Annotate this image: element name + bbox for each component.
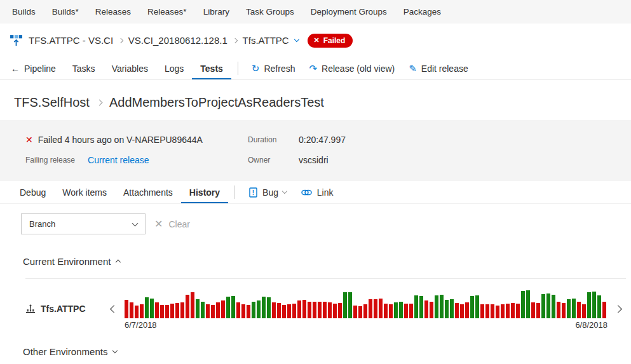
history-bar[interactable] bbox=[592, 292, 596, 318]
history-bar[interactable] bbox=[552, 295, 555, 318]
history-bar[interactable] bbox=[125, 300, 128, 318]
history-bar[interactable] bbox=[577, 302, 581, 318]
nav-builds-new[interactable]: Builds* bbox=[44, 7, 87, 17]
history-bar[interactable] bbox=[516, 304, 520, 318]
history-bar[interactable] bbox=[130, 302, 133, 318]
history-bar[interactable] bbox=[384, 304, 388, 318]
tab-work-items[interactable]: Work items bbox=[54, 181, 115, 203]
history-bar[interactable] bbox=[170, 304, 174, 318]
history-bar[interactable] bbox=[536, 303, 540, 318]
history-bar[interactable] bbox=[465, 302, 469, 318]
history-bar[interactable] bbox=[175, 303, 179, 318]
nav-packages[interactable]: Packages bbox=[395, 7, 449, 17]
history-bar[interactable] bbox=[343, 292, 347, 318]
history-bar[interactable] bbox=[323, 302, 327, 318]
history-bar[interactable] bbox=[562, 303, 566, 318]
current-environment-section-toggle[interactable]: Current Environment bbox=[0, 239, 631, 278]
refresh-button[interactable]: ↻ Refresh bbox=[245, 57, 302, 79]
breadcrumb-environment[interactable]: Tfs.ATTPC bbox=[243, 35, 289, 46]
breadcrumb-release[interactable]: VS.CI_20180612.128.1 bbox=[128, 35, 227, 46]
history-bar[interactable] bbox=[160, 305, 164, 318]
history-bar[interactable] bbox=[475, 295, 479, 318]
tab-logs[interactable]: Logs bbox=[156, 57, 192, 79]
history-bar[interactable] bbox=[150, 299, 154, 318]
release-old-view-button[interactable]: ↷ Release (old view) bbox=[302, 57, 402, 79]
history-bar[interactable] bbox=[470, 296, 474, 318]
history-bar[interactable] bbox=[394, 302, 398, 318]
create-bug-button[interactable]: ! Bug bbox=[241, 181, 294, 203]
history-bar[interactable] bbox=[180, 302, 184, 318]
history-bar[interactable] bbox=[597, 295, 601, 318]
history-prev-button[interactable] bbox=[106, 306, 122, 312]
history-bar[interactable] bbox=[414, 295, 418, 318]
history-bar[interactable] bbox=[363, 304, 367, 318]
nav-builds[interactable]: Builds bbox=[4, 7, 44, 17]
history-bar[interactable] bbox=[491, 304, 494, 318]
history-bar[interactable] bbox=[546, 293, 550, 318]
history-bar[interactable] bbox=[165, 305, 169, 318]
history-bar[interactable] bbox=[262, 297, 266, 318]
history-bar[interactable] bbox=[582, 304, 586, 318]
history-bar[interactable] bbox=[526, 290, 530, 318]
history-bar[interactable] bbox=[247, 305, 250, 318]
history-bar[interactable] bbox=[602, 302, 606, 318]
history-bar[interactable] bbox=[531, 302, 535, 318]
history-bar[interactable] bbox=[221, 300, 225, 318]
history-bar[interactable] bbox=[506, 304, 510, 318]
history-bar[interactable] bbox=[440, 295, 444, 318]
history-bar[interactable] bbox=[140, 304, 144, 318]
history-bar[interactable] bbox=[241, 304, 245, 318]
tab-attachments[interactable]: Attachments bbox=[115, 181, 181, 203]
history-bar[interactable] bbox=[348, 292, 352, 318]
history-bar[interactable] bbox=[302, 300, 306, 318]
history-bar[interactable] bbox=[399, 302, 403, 318]
history-bar[interactable] bbox=[252, 302, 255, 318]
history-bar[interactable] bbox=[201, 302, 205, 318]
history-bar[interactable] bbox=[206, 304, 210, 318]
history-bar[interactable] bbox=[450, 299, 454, 318]
history-bar[interactable] bbox=[496, 306, 499, 318]
history-bar[interactable] bbox=[135, 306, 139, 318]
history-bar[interactable] bbox=[236, 302, 240, 318]
history-bar[interactable] bbox=[292, 304, 296, 318]
history-bar[interactable] bbox=[297, 300, 301, 318]
history-bar[interactable] bbox=[145, 297, 149, 318]
history-bar[interactable] bbox=[267, 297, 271, 318]
history-bar[interactable] bbox=[328, 302, 332, 318]
history-bar[interactable] bbox=[541, 294, 545, 318]
edit-release-button[interactable]: ✎ Edit release bbox=[402, 57, 475, 79]
history-bar[interactable] bbox=[430, 302, 433, 318]
link-button[interactable]: Link bbox=[294, 181, 341, 203]
history-bar[interactable] bbox=[369, 299, 372, 318]
environment-dropdown-chevron-icon[interactable] bbox=[294, 37, 299, 42]
back-to-pipeline-button[interactable]: ← Pipeline bbox=[3, 57, 64, 79]
other-environments-section-toggle[interactable]: Other Environments bbox=[0, 330, 631, 364]
tab-tests[interactable]: Tests bbox=[192, 57, 231, 79]
history-bar[interactable] bbox=[521, 291, 525, 318]
history-bar[interactable] bbox=[287, 304, 291, 318]
history-bar[interactable] bbox=[445, 300, 449, 318]
history-bar[interactable] bbox=[191, 292, 194, 318]
nav-library[interactable]: Library bbox=[195, 7, 238, 17]
nav-releases[interactable]: Releases bbox=[87, 7, 139, 17]
history-bar[interactable] bbox=[424, 300, 428, 318]
history-bar[interactable] bbox=[318, 302, 322, 318]
history-bar[interactable] bbox=[308, 302, 311, 318]
history-bar[interactable] bbox=[435, 295, 438, 318]
clear-filter-button[interactable]: ✕ Clear bbox=[154, 218, 190, 230]
nav-releases-new[interactable]: Releases* bbox=[139, 7, 195, 17]
history-bar[interactable] bbox=[419, 296, 423, 318]
history-bar[interactable] bbox=[257, 300, 261, 318]
history-bar[interactable] bbox=[211, 305, 215, 318]
history-bar[interactable] bbox=[455, 303, 459, 318]
history-bar[interactable] bbox=[480, 304, 484, 318]
history-next-button[interactable] bbox=[610, 306, 626, 312]
tab-history[interactable]: History bbox=[181, 181, 228, 203]
history-bar[interactable] bbox=[358, 306, 362, 318]
history-bar[interactable] bbox=[557, 302, 560, 318]
history-bar[interactable] bbox=[186, 295, 189, 318]
branch-filter-dropdown[interactable]: Branch bbox=[21, 213, 146, 234]
history-bar[interactable] bbox=[587, 292, 591, 318]
history-bar[interactable] bbox=[389, 304, 393, 318]
history-bar[interactable] bbox=[313, 302, 316, 318]
